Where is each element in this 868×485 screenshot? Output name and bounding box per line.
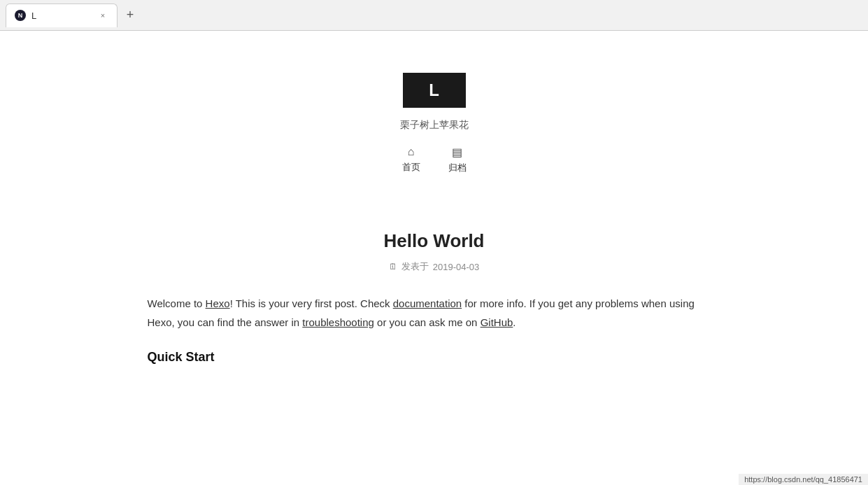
body-text-2: ! This is your very first post. Check	[230, 297, 393, 309]
date-prefix: 发表于	[401, 260, 429, 273]
troubleshooting-link[interactable]: troubleshooting	[302, 316, 374, 328]
page-content: L 栗子树上苹果花 ⌂ 首页 ▤ 归档 Hello World 🗓 发表于 20…	[0, 31, 868, 485]
tab-bar: N L × +	[6, 3, 862, 27]
site-nav: ⌂ 首页 ▤ 归档	[0, 146, 868, 174]
calendar-icon: 🗓	[389, 262, 397, 272]
browser-chrome: N L × +	[0, 0, 868, 31]
github-link[interactable]: GitHub	[481, 316, 513, 328]
article-meta: 🗓 发表于 2019-04-03	[148, 260, 721, 273]
status-url: https://blog.csdn.net/qq_41856471	[744, 475, 862, 484]
documentation-link[interactable]: documentation	[393, 297, 462, 309]
tab-close-button[interactable]: ×	[97, 10, 108, 21]
main-content: Hello World 🗓 发表于 2019-04-03 Welcome to …	[120, 230, 749, 368]
quick-start-heading: Quick Start	[148, 346, 721, 368]
body-text-1: Welcome to	[148, 297, 206, 309]
article-intro-paragraph: Welcome to Hexo! This is your very first…	[148, 294, 721, 332]
status-bar: https://blog.csdn.net/qq_41856471	[739, 474, 868, 485]
hexo-link[interactable]: Hexo	[206, 297, 230, 309]
body-text-5: .	[513, 316, 515, 328]
nav-home-label: 首页	[402, 161, 420, 174]
new-tab-button[interactable]: +	[120, 6, 140, 25]
nav-item-home[interactable]: ⌂ 首页	[402, 146, 420, 174]
nav-archive-label: 归档	[448, 162, 467, 174]
active-tab[interactable]: N L ×	[6, 3, 118, 27]
article-body: Welcome to Hexo! This is your very first…	[148, 294, 721, 368]
article-date: 2019-04-03	[433, 262, 480, 272]
body-text-4: or you can ask me on	[374, 316, 481, 328]
home-icon: ⌂	[408, 146, 415, 158]
archive-icon: ▤	[452, 146, 462, 159]
site-header: L 栗子树上苹果花 ⌂ 首页 ▤ 归档	[0, 31, 868, 202]
site-name: 栗子树上苹果花	[0, 119, 868, 132]
nav-item-archive[interactable]: ▤ 归档	[448, 146, 467, 174]
article-title: Hello World	[148, 230, 721, 252]
tab-favicon: N	[15, 10, 26, 21]
tab-title: L	[31, 10, 92, 21]
avatar: L	[403, 73, 466, 108]
